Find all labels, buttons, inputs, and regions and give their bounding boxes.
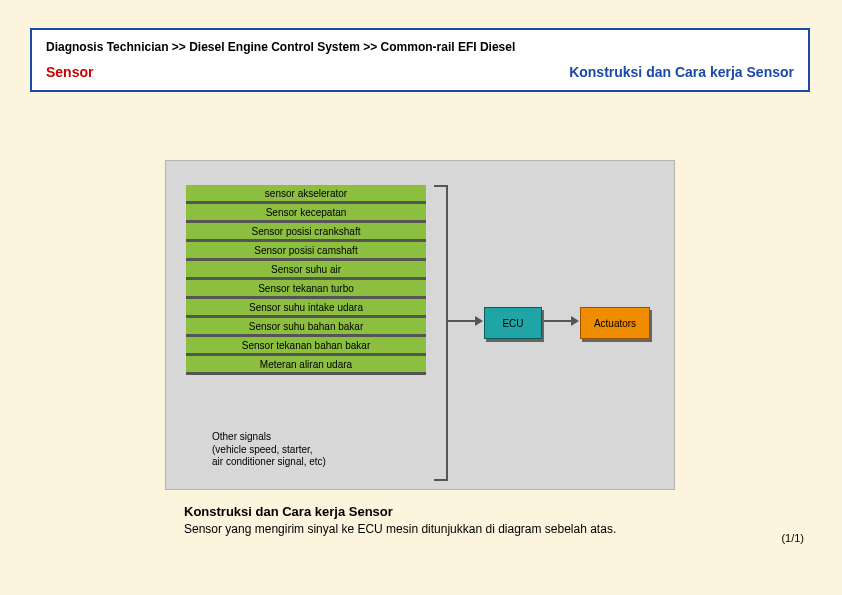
- diagram-panel: sensor akselerator Sensor kecepatan Sens…: [165, 160, 675, 490]
- body-text: Sensor yang mengirim sinyal ke ECU mesin…: [184, 521, 654, 537]
- other-signals-line: air conditioner signal, etc): [212, 456, 326, 467]
- section-title-right: Konstruksi dan Cara kerja Sensor: [569, 64, 794, 80]
- sensor-item: Sensor suhu air: [186, 261, 426, 277]
- sensor-item: Sensor suhu bahan bakar: [186, 318, 426, 334]
- sensor-list: sensor akselerator Sensor kecepatan Sens…: [186, 185, 426, 375]
- header-row: Sensor Konstruksi dan Cara kerja Sensor: [32, 62, 808, 90]
- body-block: Konstruksi dan Cara kerja Sensor Sensor …: [184, 504, 654, 537]
- sensor-item: Sensor tekanan turbo: [186, 280, 426, 296]
- arrow-icon: [448, 320, 476, 322]
- other-signals-note: Other signals (vehicle speed, starter, a…: [212, 431, 392, 469]
- page-counter: (1/1): [781, 532, 804, 544]
- other-signals-line: (vehicle speed, starter,: [212, 444, 313, 455]
- sensor-item: Sensor kecepatan: [186, 204, 426, 220]
- section-title-left: Sensor: [46, 64, 93, 80]
- sensor-item: Sensor posisi camshaft: [186, 242, 426, 258]
- breadcrumb: Diagnosis Technician >> Diesel Engine Co…: [32, 30, 808, 62]
- sensor-item: sensor akselerator: [186, 185, 426, 201]
- sensor-item: Sensor suhu intake udara: [186, 299, 426, 315]
- page-root: Diagnosis Technician >> Diesel Engine Co…: [0, 0, 842, 595]
- header-box: Diagnosis Technician >> Diesel Engine Co…: [30, 28, 810, 92]
- sensor-item: Meteran aliran udara: [186, 356, 426, 372]
- arrow-icon: [544, 320, 572, 322]
- body-heading: Konstruksi dan Cara kerja Sensor: [184, 504, 654, 519]
- ecu-box: ECU: [484, 307, 542, 339]
- sensor-item: Sensor posisi crankshaft: [186, 223, 426, 239]
- other-signals-line: Other signals: [212, 431, 271, 442]
- actuators-box: Actuators: [580, 307, 650, 339]
- sensor-item: Sensor tekanan bahan bakar: [186, 337, 426, 353]
- bracket-icon: [434, 185, 448, 481]
